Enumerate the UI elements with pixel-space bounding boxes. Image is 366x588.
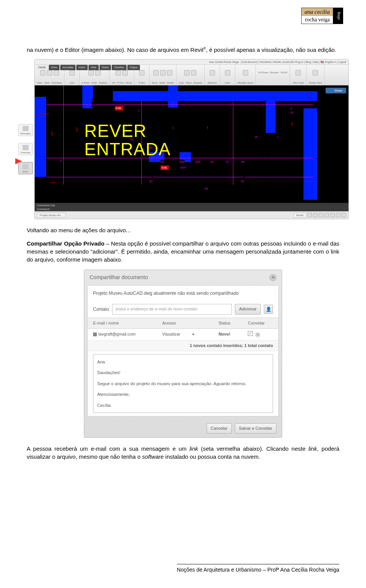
- siderail-drawings[interactable]: Drawings: [18, 143, 33, 155]
- ribbon-label: A Text: [139, 81, 145, 84]
- ribbon-label: View mode: [292, 81, 304, 84]
- pan-icon[interactable]: [342, 213, 346, 217]
- download-icon[interactable]: [54, 70, 59, 76]
- ribbon-tabs: Home Draw Annotate Insert View Share Tim…: [36, 65, 140, 70]
- drawing-tab[interactable]: Projeto Museu Au...: [37, 213, 66, 218]
- polyline-icon[interactable]: [95, 70, 101, 76]
- ribbon-group-layers[interactable]: Manage Layers: [235, 65, 256, 85]
- siderail-label: Editor: [22, 170, 29, 173]
- room-label-memor: MEMOR: [39, 112, 49, 116]
- share-label: Share: [334, 88, 342, 93]
- ribbon-label: Color: [225, 81, 230, 84]
- dialog-title: Compartilhar documento: [90, 274, 148, 281]
- address-book-button[interactable]: 👤: [264, 305, 273, 314]
- scale-icon[interactable]: [160, 70, 165, 76]
- command-line-label: Command Line: [37, 204, 346, 207]
- annotation-line1: REVER: [84, 121, 146, 141]
- line-icon[interactable]: [69, 70, 75, 76]
- invite-checkbox[interactable]: [248, 331, 253, 336]
- col-status: Status: [213, 318, 242, 328]
- cad-left-siderail: Messages Drawings Editor: [17, 124, 34, 174]
- ribbon-label: Measure: [208, 81, 217, 84]
- ribbon-label: Open · Save · Download: [37, 81, 62, 84]
- copy-icon[interactable]: [184, 70, 189, 76]
- msg-line: Ana: [97, 358, 269, 365]
- grid-icon[interactable]: [313, 213, 318, 217]
- tab-home[interactable]: Home: [36, 65, 48, 70]
- cancel-button[interactable]: Cancelar: [207, 423, 232, 434]
- zoom-in-icon[interactable]: [330, 213, 335, 217]
- siderail-editor[interactable]: Editor: [18, 162, 33, 174]
- command-line-panel[interactable]: Command Line Command:: [35, 203, 348, 211]
- logo-name-top: ana cecília: [302, 8, 333, 16]
- access-dropdown[interactable]: Visualizar: [157, 329, 213, 340]
- tab-view[interactable]: View: [88, 65, 99, 70]
- person-icon: [93, 333, 97, 336]
- ribbon-group-viewmode[interactable]: View mode: [290, 65, 307, 85]
- circle-icon[interactable]: [88, 70, 94, 76]
- tab-share[interactable]: Share: [100, 65, 111, 70]
- tab-output[interactable]: Output: [127, 65, 140, 70]
- remove-contact-icon[interactable]: ✕: [255, 332, 260, 337]
- trim-icon[interactable]: [122, 70, 128, 76]
- siderail-messages[interactable]: Messages: [18, 124, 33, 136]
- color-icon[interactable]: [225, 70, 230, 76]
- para1-b: , é possível apenas a visualização, não …: [206, 47, 336, 53]
- share-dialog-screenshot: Compartilhar documento ✕ Projeto Museu A…: [84, 270, 282, 438]
- measure-icon[interactable]: [210, 70, 215, 76]
- ribbon-group-color[interactable]: Color: [220, 65, 235, 85]
- add-contact-button[interactable]: Adicionar: [235, 304, 261, 314]
- move-icon[interactable]: [153, 70, 159, 76]
- para4-b: (seta vermelha abaixo). Clicando neste: [198, 445, 308, 452]
- save-icon[interactable]: [47, 70, 52, 76]
- rotate-icon[interactable]: [167, 70, 172, 76]
- avatar-icon: 👤: [329, 88, 333, 93]
- save-invite-button[interactable]: Salvar e Convidar: [235, 423, 276, 434]
- cad-drawing-canvas[interactable]: EstiL EstiL MEMOR 3 2 102 1 1 01 01 304 …: [35, 85, 348, 203]
- mirror-icon[interactable]: [191, 70, 196, 76]
- designfeed-icon[interactable]: [313, 70, 318, 76]
- contact-email: lavgraft@gmail.com: [88, 329, 157, 340]
- para4-link2: link: [308, 445, 317, 452]
- zoom-out-icon[interactable]: [324, 213, 329, 217]
- open-icon[interactable]: [40, 70, 45, 76]
- cad-share-button[interactable]: 👤 Share: [326, 88, 346, 93]
- arc-icon[interactable]: [116, 70, 121, 76]
- ribbon-group-copy[interactable]: Copy · Mirror · Explode: [177, 65, 205, 85]
- tab-insert[interactable]: Insert: [76, 65, 88, 70]
- drawings-icon: [22, 145, 29, 150]
- col-email: E-mail / nome: [88, 318, 157, 328]
- para1-a: na nuvem) e o Editor (imagem abaixo). No…: [27, 47, 204, 53]
- cad-account-topbar[interactable]: Ana Cecília Rocha Veiga · | Edit Account…: [35, 59, 348, 65]
- model-tab[interactable]: Model: [294, 213, 306, 218]
- col-invite: Convidar: [242, 318, 278, 328]
- ribbon-label: 01-Portas · ByLayer · SOLID: [258, 71, 287, 74]
- message-textarea[interactable]: Ana Saudações! Segue o arquivo do projet…: [93, 354, 273, 413]
- ortho-icon[interactable]: [319, 213, 323, 217]
- autocad-web-screenshot: Messages Drawings Editor Ana Cecília Roc…: [15, 59, 351, 219]
- tab-annotate[interactable]: Annotate: [60, 65, 75, 70]
- paragraph-1: na nuvem) e o Editor (imagem abaixo). No…: [27, 46, 339, 54]
- text-icon[interactable]: [139, 70, 144, 76]
- ribbon-group-measure[interactable]: Measure: [205, 65, 220, 85]
- contact-email-input[interactable]: Insira o endereço de e-mail do novo cont…: [112, 304, 232, 314]
- tab-timeline[interactable]: Timeline: [112, 65, 126, 70]
- msg-line: Segue o arquivo do projeto do museu para…: [97, 380, 269, 387]
- layers-icon[interactable]: [243, 70, 248, 76]
- ribbon-group-transform[interactable]: Move · Scale · Rotate: [149, 65, 176, 85]
- ribbon-group-layer-dropdowns[interactable]: 01-Portas · ByLayer · SOLID: [256, 65, 290, 85]
- dialog-titlebar: Compartilhar documento ✕: [84, 270, 282, 285]
- address-book-icon: 👤: [266, 306, 271, 313]
- para4-a: A pessoa receberá um e-mail com a sua me…: [27, 445, 189, 452]
- snap-icon[interactable]: [307, 213, 312, 217]
- viewmode-icon[interactable]: [295, 70, 301, 76]
- logo-name-bottom: rocha veiga: [302, 16, 333, 24]
- tab-draw[interactable]: Draw: [49, 65, 59, 70]
- ribbon-group-designfeed[interactable]: Design Feed: [307, 65, 324, 85]
- close-icon[interactable]: ✕: [270, 274, 276, 281]
- page-footer: Noções de Arquitetura e Urbanismo – Prof…: [150, 564, 366, 573]
- zoom-extents-icon[interactable]: [336, 213, 340, 217]
- editor-icon: [22, 164, 29, 169]
- contacts-table: E-mail / nome Acesso Status Convidar lav…: [88, 318, 278, 351]
- ribbon-label: Copy · Mirror · Explode: [179, 81, 202, 84]
